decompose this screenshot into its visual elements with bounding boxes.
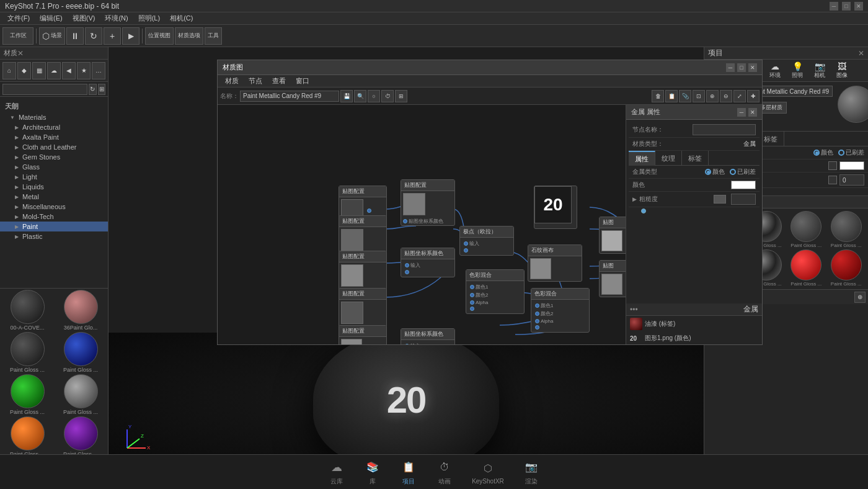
right-radio-already[interactable]: 已刷差 (838, 148, 864, 157)
right-tab-lighting[interactable]: 💡 照明 (787, 62, 807, 79)
menu-camera[interactable]: 相机(C) (165, 12, 198, 25)
node-texcoord-mid[interactable]: 贴图坐标系颜色 输入 (401, 248, 455, 277)
bottom-nav-animation[interactable]: ⏱ 动画 (436, 459, 453, 486)
mat-list-item-2[interactable]: 20 图形1.png (颜色) (626, 332, 762, 344)
bottom-nav-keyxr[interactable]: ⬡ KeyShotXR (472, 459, 504, 485)
mat-tool-layout[interactable]: ⊡ (693, 90, 705, 102)
node-colormix-2[interactable]: 色彩混合 颜色1 颜色2 Alpha (531, 288, 590, 333)
node-tex-r2[interactable]: 贴图 (599, 260, 626, 297)
tree-item-axalta[interactable]: Axalta Paint (0, 132, 108, 142)
dialog-close[interactable]: ✕ (748, 63, 757, 72)
tree-item-cloth[interactable]: Cloth and Leather (0, 142, 108, 152)
left-icon-back[interactable]: ◀ (62, 62, 76, 79)
bottom-nav-library[interactable]: 📚 库 (364, 459, 381, 486)
color-swatch[interactable] (731, 181, 756, 189)
left-icon-more[interactable]: … (92, 62, 105, 79)
menu-lighting[interactable]: 照明(L) (133, 12, 165, 25)
mat-tool-1[interactable]: ○ (368, 90, 380, 102)
node-graph[interactable]: 贴图配置 贴图配置 (218, 105, 626, 344)
mat-tool-paste[interactable]: 📎 (679, 90, 691, 102)
tree-item-materials[interactable]: Materials (0, 112, 108, 122)
section-dots-btn[interactable]: ••• (630, 305, 638, 314)
dialog-minimize[interactable]: ─ (726, 63, 735, 72)
search-filter-btn[interactable]: ⊞ (98, 84, 106, 95)
dialog-menu-nodes[interactable]: 节点 (244, 75, 267, 87)
render-btn[interactable]: ▶ (122, 27, 140, 45)
node-colormix-1[interactable]: 色彩混合 颜色1 颜色2 Alpha (466, 269, 525, 314)
thumb-item-6[interactable]: Paint Gloss ... (55, 374, 107, 415)
left-icon-star[interactable]: ★ (77, 62, 91, 79)
node-texmap-br[interactable]: 贴图配置 Texture_Tou_Zbr (339, 325, 387, 344)
thumb-item-4[interactable]: Paint Gloss ... (55, 332, 107, 373)
roughness-slider-dot[interactable] (641, 209, 646, 213)
thumb-item-8[interactable]: Paint Gloss ... (55, 416, 107, 457)
node-texcoord-bot[interactable]: 贴图坐标系颜色 输入 (401, 328, 455, 344)
right-thumb-7[interactable]: Paint Gloss ... (787, 249, 826, 287)
mat-tool-more[interactable]: ✚ (747, 90, 760, 102)
tree-item-gem[interactable]: Gem Stones (0, 152, 108, 162)
roughness-collapse-btn[interactable]: ▶ (632, 196, 637, 202)
tree-item-paint[interactable]: Paint (0, 222, 108, 231)
save-name-btn[interactable]: 💾 (340, 90, 353, 102)
refresh-btn[interactable]: ↻ (85, 27, 102, 45)
search-material-btn[interactable]: 🔍 (354, 90, 366, 102)
right-tab-image[interactable]: 🖼 图像 (832, 62, 852, 79)
mat-list-item-1[interactable]: 油漆 (标签) (626, 316, 762, 332)
radio-color[interactable]: 颜色 (705, 168, 725, 176)
thumb-item-7[interactable]: Paint Gloss ... (1, 416, 53, 457)
tree-item-liquids[interactable]: Liquids (0, 182, 108, 192)
right-panel-close[interactable]: ✕ (858, 49, 864, 58)
menu-view[interactable]: 视图(V) (68, 12, 100, 25)
mat-tool-zoom[interactable]: ⊕ (706, 90, 719, 102)
tree-item-metal[interactable]: Metal (0, 192, 108, 202)
props-close[interactable]: ✕ (748, 108, 757, 117)
tree-item-light[interactable]: Light (0, 172, 108, 182)
maximize-button[interactable]: □ (842, 2, 851, 11)
tool-btn3[interactable]: 工具 (205, 27, 222, 45)
left-icon-home[interactable]: ⌂ (2, 62, 16, 79)
left-panel-close[interactable]: ✕ (17, 49, 24, 58)
menu-environment[interactable]: 环境(N) (100, 12, 133, 25)
bottom-nav-project[interactable]: 📋 项目 (400, 459, 417, 486)
mat-tool-zoomout[interactable]: ⊖ (720, 90, 732, 102)
minimize-button[interactable]: ─ (830, 2, 838, 11)
props-minimize[interactable]: ─ (737, 108, 746, 117)
dialog-maximize[interactable]: □ (737, 63, 746, 72)
workspace-btn[interactable]: 工作区 (2, 27, 33, 45)
right-tab-camera[interactable]: 📷 相机 (810, 62, 830, 79)
material-name-input[interactable] (240, 91, 339, 102)
node-tex-r1[interactable]: 贴图 (599, 217, 626, 254)
left-icon-env[interactable]: ☁ (47, 62, 61, 79)
tool-btn2[interactable]: 材质选项 (175, 27, 203, 45)
node-texmap-topright[interactable]: 贴图配置 贴图坐标系颜色 (401, 179, 455, 226)
thumb-item-5[interactable]: Paint Gloss ... (1, 374, 53, 415)
material-tool-btn[interactable]: 位置视图 (145, 27, 174, 45)
node-stonemap[interactable]: 石纹画布 (528, 244, 582, 282)
tree-item-misc[interactable]: Miscellaneous (0, 202, 108, 212)
thumb-item-2[interactable]: 36Paint Glo... (55, 290, 107, 331)
radio-already[interactable]: 已刷差 (730, 168, 756, 176)
right-bottom-zoom[interactable]: ⊕ (854, 292, 866, 303)
close-button[interactable]: ✕ (854, 2, 863, 11)
bottom-nav-render[interactable]: 📷 渲染 (523, 459, 540, 486)
tree-item-moldtech[interactable]: Mold-Tech (0, 212, 108, 222)
mat-tool-3[interactable]: ⊞ (395, 90, 407, 102)
thumb-item-3[interactable]: Paint Gloss ... (1, 332, 53, 373)
mat-tool-delete[interactable]: 🗑 (652, 90, 664, 102)
tree-item-arch[interactable]: Architectural (0, 122, 108, 132)
dialog-menu-view[interactable]: 查看 (267, 75, 291, 87)
right-thumb-3[interactable]: Paint Gloss ... (787, 211, 826, 248)
mat-tool-2[interactable]: ⏱ (381, 90, 394, 102)
prop-input-node-name[interactable] (693, 124, 756, 135)
pause-btn[interactable]: ⏸ (66, 27, 84, 45)
right-tab-env[interactable]: ☁ 环境 (765, 62, 785, 79)
props-tab-label[interactable]: 标签 (682, 151, 709, 166)
search-refresh-btn[interactable]: ↻ (89, 84, 97, 95)
menu-edit[interactable]: 编辑(E) (35, 12, 68, 25)
props-tab-texture[interactable]: 纹理 (655, 151, 682, 166)
menu-file[interactable]: 文件(F) (2, 12, 35, 25)
tree-item-plastic[interactable]: Plastic (0, 231, 108, 241)
bottom-nav-cloud[interactable]: ☁ 云库 (328, 459, 345, 486)
right-thumb-4[interactable]: Paint Gloss ... (827, 211, 866, 248)
dialog-menu-window[interactable]: 窗口 (291, 75, 314, 87)
